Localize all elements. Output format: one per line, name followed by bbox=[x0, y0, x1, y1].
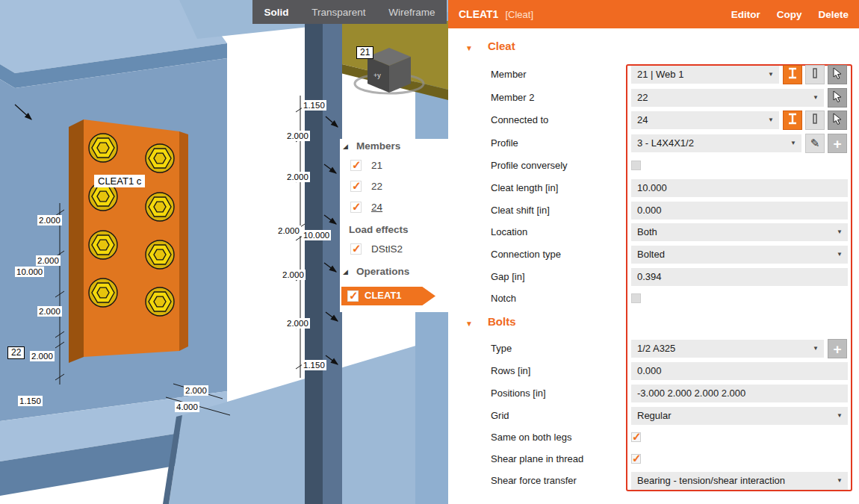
collapse-triangle-icon[interactable]: ◢ bbox=[343, 143, 348, 150]
operation-cleat1-item[interactable]: CLEAT1 bbox=[341, 287, 435, 305]
location-dropdown[interactable]: Both ▼ bbox=[631, 223, 848, 241]
dim-label: 2.000 bbox=[285, 131, 310, 141]
scene-tree: ◢ Members 21 22 24 Load effects DStlS2 ◢… bbox=[340, 139, 448, 312]
bolt-type-dropdown[interactable]: 1/2 A325 ▼ bbox=[631, 340, 824, 358]
connection-type-dropdown[interactable]: Bolted ▼ bbox=[631, 246, 848, 264]
cleat1-checkbox[interactable] bbox=[347, 290, 359, 302]
chevron-down-icon: ▼ bbox=[813, 340, 819, 358]
tree-load-case[interactable]: DStlS2 bbox=[371, 243, 403, 255]
operation-type: [Cleat] bbox=[505, 9, 533, 20]
member-24-checkbox[interactable] bbox=[350, 202, 362, 213]
chevron-down-icon: ▼ bbox=[837, 246, 843, 264]
connected-section-button[interactable] bbox=[783, 111, 802, 130]
member-21-checkbox[interactable] bbox=[350, 160, 362, 171]
dim-label: 2.000 bbox=[285, 172, 310, 182]
ibeam-icon bbox=[787, 67, 798, 82]
member-label: Member bbox=[491, 66, 527, 84]
view-mode-wireframe[interactable]: Wireframe bbox=[384, 7, 439, 18]
gap-input[interactable] bbox=[631, 268, 848, 286]
location-value: Both bbox=[637, 226, 657, 237]
connected-pick-in-scene-button[interactable] bbox=[828, 111, 847, 130]
tree-members-header[interactable]: Members bbox=[356, 140, 400, 152]
app-root: +y 2.000 2.000 10.000 2.000 2.000 1.150 … bbox=[0, 0, 859, 504]
member-section-button[interactable] bbox=[783, 65, 802, 84]
rows-label: Rows [in] bbox=[491, 362, 530, 380]
load-case-checkbox[interactable] bbox=[350, 243, 362, 255]
rows-input[interactable] bbox=[631, 362, 848, 380]
member2-dropdown[interactable]: 22 ▼ bbox=[631, 89, 824, 107]
plus-icon: + bbox=[833, 342, 841, 356]
dim-label: 1.150 bbox=[302, 100, 326, 111]
connected-to-dropdown[interactable]: 24 ▼ bbox=[631, 111, 779, 129]
member2-pick-in-scene-button[interactable] bbox=[828, 88, 847, 108]
cleat1-label: CLEAT1 bbox=[365, 290, 402, 301]
dim-label: 2.000 bbox=[184, 385, 208, 396]
pencil-icon: ✎ bbox=[810, 137, 820, 150]
profile-value: 3 - L4X4X1/2 bbox=[637, 137, 694, 149]
member-plate-button[interactable] bbox=[805, 65, 825, 84]
dim-label: 2.000 bbox=[36, 255, 61, 266]
copy-button[interactable]: Copy bbox=[777, 9, 802, 20]
grid-value: Regular bbox=[637, 410, 672, 421]
profile-conversely-checkbox[interactable] bbox=[631, 161, 641, 170]
cleat-length-input[interactable] bbox=[631, 179, 848, 197]
dim-label: 10.000 bbox=[302, 230, 331, 240]
notch-checkbox[interactable] bbox=[631, 293, 641, 303]
delete-button[interactable]: Delete bbox=[818, 9, 849, 20]
notch-label: Notch bbox=[491, 290, 516, 308]
editor-button[interactable]: Editor bbox=[731, 9, 760, 20]
plus-icon: + bbox=[833, 137, 841, 151]
dim-label: 2.000 bbox=[37, 306, 62, 317]
dim-label: 1.150 bbox=[302, 360, 326, 370]
positions-label: Positions [in] bbox=[491, 385, 546, 402]
operation-title: CLEAT1 bbox=[459, 8, 498, 20]
connection-type-value: Bolted bbox=[637, 249, 665, 260]
member-pick-in-scene-button[interactable] bbox=[828, 65, 847, 84]
cleat-shift-input[interactable] bbox=[631, 202, 848, 220]
connected-to-value: 24 bbox=[637, 114, 648, 125]
collapse-triangle-icon[interactable]: ◢ bbox=[343, 269, 348, 276]
shear-force-transfer-label: Shear force transfer bbox=[491, 472, 577, 490]
connected-plate-button[interactable] bbox=[805, 111, 825, 130]
member-22-checkbox[interactable] bbox=[350, 181, 362, 192]
tree-member-24[interactable]: 24 bbox=[371, 202, 382, 213]
member-dropdown[interactable]: 21 | Web 1 ▼ bbox=[631, 66, 779, 84]
same-on-both-legs-checkbox[interactable] bbox=[631, 432, 641, 442]
profile-dropdown[interactable]: 3 - L4X4X1/2 ▼ bbox=[631, 134, 801, 152]
section-bolts-title: Bolts bbox=[488, 315, 516, 328]
profile-conversely-label: Profile conversely bbox=[491, 157, 568, 175]
tree-operations-header[interactable]: Operations bbox=[356, 266, 409, 277]
profile-add-button[interactable]: + bbox=[828, 134, 847, 153]
shear-plane-checkbox[interactable] bbox=[631, 454, 641, 464]
dim-label: 10.000 bbox=[15, 267, 44, 277]
member-21-tag: 21 bbox=[356, 46, 373, 59]
gap-label: Gap [in] bbox=[491, 268, 525, 286]
view-mode-solid[interactable]: Solid bbox=[259, 7, 293, 18]
positions-input[interactable] bbox=[631, 385, 848, 402]
member-22-tag: 22 bbox=[7, 346, 25, 359]
chevron-down-icon: ▼ bbox=[768, 111, 774, 129]
dim-label: 2.000 bbox=[30, 351, 55, 361]
profile-edit-button[interactable]: ✎ bbox=[805, 134, 825, 153]
same-on-both-legs-label: Same on both legs bbox=[491, 429, 571, 447]
shear-force-transfer-dropdown[interactable]: Bearing - tension/shear interaction ▼ bbox=[631, 472, 848, 490]
viewport-3d[interactable]: +y 2.000 2.000 10.000 2.000 2.000 1.150 … bbox=[0, 0, 448, 504]
tree-member-21[interactable]: 21 bbox=[371, 160, 382, 171]
grid-dropdown[interactable]: Regular ▼ bbox=[631, 407, 848, 425]
section-collapse-icon[interactable]: ▼ bbox=[465, 45, 473, 52]
chevron-down-icon: ▼ bbox=[813, 89, 819, 107]
tree-member-22[interactable]: 22 bbox=[371, 181, 382, 192]
tree-load-effects-header[interactable]: Load effects bbox=[349, 224, 409, 235]
bolt-type-add-button[interactable]: + bbox=[828, 339, 847, 358]
plate-icon bbox=[809, 113, 821, 128]
section-cleat-title: Cleat bbox=[488, 40, 515, 52]
view-mode-transparent[interactable]: Transparent bbox=[307, 7, 370, 18]
ibeam-icon bbox=[787, 113, 798, 128]
plate-icon bbox=[809, 67, 821, 82]
properties-panel: ▼ Cleat Member 21 | Web 1 ▼ Member 2 22 … bbox=[448, 28, 859, 504]
dim-label: 1.150 bbox=[18, 396, 43, 406]
location-label: Location bbox=[491, 223, 527, 241]
dim-label: 4.000 bbox=[175, 402, 199, 412]
chevron-down-icon: ▼ bbox=[837, 223, 843, 241]
section-collapse-icon[interactable]: ▼ bbox=[465, 320, 473, 328]
